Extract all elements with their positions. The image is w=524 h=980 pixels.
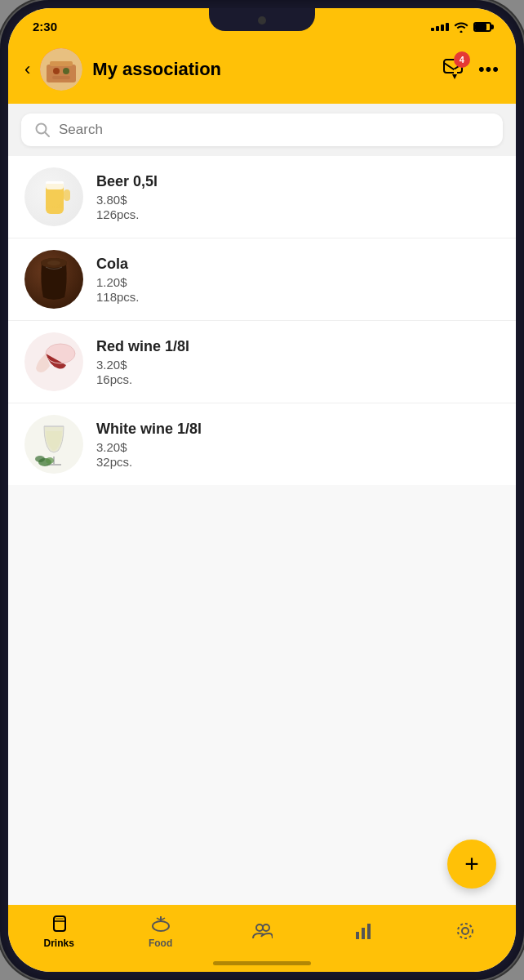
item-info: White wine 1/8l 3.20$ 32pcs. [96, 421, 500, 469]
svg-rect-32 [356, 932, 359, 939]
item-name: White wine 1/8l [96, 421, 500, 438]
svg-rect-2 [50, 61, 73, 66]
svg-point-30 [256, 924, 263, 931]
avatar [40, 48, 82, 91]
home-indicator [213, 961, 311, 965]
drinks-icon [48, 913, 69, 934]
settings-icon [455, 920, 476, 942]
item-price: 3.20$ [96, 358, 500, 372]
item-image-cola [24, 250, 83, 309]
svg-point-35 [462, 928, 468, 934]
status-icons [431, 21, 491, 33]
item-quantity: 16pcs. [96, 372, 500, 386]
screen: 2:30 [8, 8, 516, 972]
svg-point-28 [153, 921, 169, 931]
item-price: 3.80$ [96, 193, 500, 207]
search-input[interactable] [59, 122, 490, 138]
item-name: Red wine 1/8l [96, 338, 500, 355]
list-item[interactable]: White wine 1/8l 3.20$ 32pcs. [8, 403, 516, 485]
phone-frame: 2:30 [0, 0, 524, 980]
nav-label-drinks: Drinks [44, 938, 74, 949]
item-image-red-wine [24, 332, 83, 391]
item-price: 3.20$ [96, 440, 500, 454]
item-info: Red wine 1/8l 3.20$ 16pcs. [96, 338, 500, 386]
status-time: 2:30 [33, 20, 57, 33]
svg-rect-14 [46, 181, 64, 184]
item-image-white-wine [24, 415, 83, 474]
back-button[interactable]: ‹ [24, 59, 30, 80]
members-icon [251, 920, 273, 942]
item-quantity: 126pcs. [96, 207, 500, 221]
svg-line-10 [45, 132, 49, 136]
item-name: Cola [96, 256, 500, 273]
list-item[interactable]: Beer 0,5l 3.80$ 126pcs. [8, 156, 516, 238]
page-title: My association [92, 59, 433, 80]
item-quantity: 32pcs. [96, 455, 500, 469]
header-actions: 4 ••• [442, 56, 500, 82]
item-info: Beer 0,5l 3.80$ 126pcs. [96, 173, 500, 221]
nav-item-members[interactable] [211, 920, 313, 942]
item-name: Beer 0,5l [96, 173, 500, 190]
camera [258, 16, 266, 24]
search-bar [21, 114, 503, 146]
svg-marker-8 [452, 74, 457, 79]
svg-rect-7 [454, 69, 457, 74]
search-icon [34, 122, 51, 138]
add-item-button[interactable]: + [447, 840, 496, 889]
list-item[interactable]: Red wine 1/8l 3.20$ 16pcs. [8, 321, 516, 403]
svg-point-3 [53, 68, 60, 74]
svg-point-24 [46, 457, 54, 464]
nav-label-food: Food [149, 938, 172, 949]
notification-button[interactable]: 4 [442, 56, 465, 82]
header: ‹ My association [8, 40, 516, 104]
list-item[interactable]: Cola 1.20$ 118pcs. [8, 238, 516, 321]
item-info: Cola 1.20$ 118pcs. [96, 256, 500, 304]
svg-rect-13 [64, 189, 70, 201]
nav-item-stats[interactable] [313, 920, 414, 942]
item-price: 1.20$ [96, 275, 500, 289]
svg-rect-5 [52, 76, 70, 79]
svg-point-4 [63, 68, 69, 74]
svg-point-23 [35, 456, 45, 462]
svg-rect-34 [367, 924, 371, 939]
items-list: Beer 0,5l 3.80$ 126pcs. C [8, 156, 516, 831]
item-quantity: 118pcs. [96, 290, 500, 304]
nav-item-settings[interactable] [415, 920, 516, 942]
svg-point-31 [263, 924, 269, 931]
svg-point-17 [47, 261, 60, 265]
fab-container: + [8, 831, 516, 905]
notification-badge: 4 [454, 51, 470, 68]
svg-rect-33 [362, 928, 365, 939]
nav-item-drinks[interactable]: Drinks [8, 913, 109, 949]
stats-icon [353, 920, 374, 942]
battery-icon [473, 22, 491, 32]
item-image-beer [24, 167, 83, 226]
nav-item-food[interactable]: Food [109, 913, 211, 949]
more-button[interactable]: ••• [478, 59, 500, 80]
svg-point-36 [458, 924, 473, 938]
signal-icon [431, 23, 449, 31]
svg-rect-27 [56, 918, 64, 920]
wifi-icon [454, 21, 468, 33]
svg-rect-1 [47, 65, 76, 82]
notch [209, 8, 315, 31]
food-icon [150, 913, 171, 934]
